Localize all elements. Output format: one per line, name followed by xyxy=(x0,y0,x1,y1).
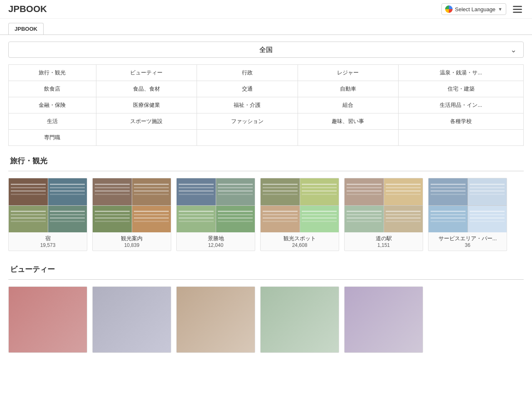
category-cell[interactable]: 飲食店 xyxy=(9,81,96,97)
category-cell[interactable]: 旅行・観光 xyxy=(9,65,96,81)
travel-card[interactable]: サービスエリア・パー...36 xyxy=(428,178,507,251)
menu-bar-1 xyxy=(513,6,522,7)
region-selector-wrap: 全国 北海道 東北 関東 中部 近畿 中国 四国 九州・沖縄 xyxy=(8,42,524,58)
category-cell[interactable]: 生活 xyxy=(9,113,96,130)
travel-card[interactable]: 観光案内10,839 xyxy=(92,178,171,251)
header-right: Select Language ▼ xyxy=(441,3,524,15)
card-thumbnail xyxy=(177,178,216,205)
category-cell[interactable]: 生活用品・イン... xyxy=(399,97,524,113)
category-cell[interactable]: 専門職 xyxy=(9,130,96,146)
beauty-card-grid xyxy=(8,286,524,353)
travel-card[interactable]: 宿19,573 xyxy=(8,178,87,251)
site-logo[interactable]: JPBOOK xyxy=(8,4,47,15)
screenshot-texture xyxy=(93,178,132,205)
card-thumbnail xyxy=(384,178,423,205)
nav-tabs: JPBOOK xyxy=(0,19,532,35)
card-thumbnail xyxy=(300,206,339,233)
card-count: 24,608 xyxy=(264,242,335,248)
card-count: 10,839 xyxy=(96,242,167,248)
screenshot-texture xyxy=(345,206,384,233)
category-cell[interactable]: 金融・保険 xyxy=(9,97,96,113)
card-thumbnail xyxy=(216,178,255,205)
beauty-card[interactable] xyxy=(260,286,339,353)
category-cell[interactable]: 各種学校 xyxy=(399,113,524,130)
category-cell[interactable]: ビューティー xyxy=(96,65,197,81)
screenshot-texture xyxy=(177,178,216,205)
section-divider-travel xyxy=(8,171,524,171)
card-thumbnail xyxy=(384,206,423,233)
section-divider-beauty xyxy=(8,279,524,280)
section-travel: 旅行・観光 宿19,573観光案内10,839景勝地12,040観光スポット24… xyxy=(8,156,524,251)
category-cell[interactable]: ファッション xyxy=(197,113,298,130)
screenshot-texture xyxy=(261,206,300,233)
screenshot-texture xyxy=(132,206,171,233)
card-info: 宿19,573 xyxy=(9,232,87,251)
card-thumbnail xyxy=(48,178,87,205)
category-cell[interactable]: 医療保健業 xyxy=(96,97,197,113)
screenshot-texture xyxy=(300,178,339,205)
card-image-grid xyxy=(429,178,507,232)
category-cell[interactable] xyxy=(96,130,197,146)
travel-card[interactable]: 観光スポット24,608 xyxy=(260,178,339,251)
category-cell[interactable]: 温泉・銭湯・サ... xyxy=(399,65,524,81)
card-thumbnail xyxy=(216,206,255,233)
menu-bar-3 xyxy=(513,12,522,13)
category-cell[interactable]: 組合 xyxy=(298,97,398,113)
card-thumbnail xyxy=(93,206,132,233)
card-image-grid xyxy=(345,178,423,232)
travel-card[interactable]: 景勝地12,040 xyxy=(176,178,255,251)
card-info: サービスエリア・パー...36 xyxy=(429,232,507,251)
screenshot-texture xyxy=(132,178,171,205)
card-count: 19,573 xyxy=(12,242,84,248)
screenshot-texture xyxy=(429,178,468,205)
screenshot-texture xyxy=(261,178,300,205)
card-name: 宿 xyxy=(12,235,84,242)
card-thumbnail xyxy=(261,178,300,205)
category-cell[interactable]: 福祉・介護 xyxy=(197,97,298,113)
category-cell[interactable]: 住宅・建築 xyxy=(399,81,524,97)
screenshot-texture xyxy=(48,206,87,233)
language-selector[interactable]: Select Language ▼ xyxy=(441,3,506,15)
region-select[interactable]: 全国 北海道 東北 関東 中部 近畿 中国 四国 九州・沖縄 xyxy=(9,42,523,57)
travel-card[interactable]: 道の駅1,151 xyxy=(344,178,423,251)
main-content: 全国 北海道 東北 関東 中部 近畿 中国 四国 九州・沖縄 旅行・観光ビューテ… xyxy=(0,35,532,373)
category-cell[interactable] xyxy=(298,130,398,146)
category-cell[interactable]: 食品、食材 xyxy=(96,81,197,97)
screenshot-texture xyxy=(468,178,507,205)
screenshot-texture xyxy=(177,206,216,233)
category-cell[interactable]: 行政 xyxy=(197,65,298,81)
menu-icon-button[interactable] xyxy=(511,4,524,15)
card-thumbnail xyxy=(261,206,300,233)
screenshot-texture xyxy=(384,206,423,233)
google-icon xyxy=(445,5,453,13)
category-grid: 旅行・観光ビューティー行政レジャー温泉・銭湯・サ...飲食店食品、食材交通自動車… xyxy=(8,64,524,146)
card-thumbnail xyxy=(468,206,507,233)
screenshot-texture xyxy=(48,178,87,205)
card-image-grid xyxy=(261,178,339,232)
category-cell[interactable]: レジャー xyxy=(298,65,398,81)
beauty-card[interactable] xyxy=(8,286,87,353)
card-count: 1,151 xyxy=(348,242,419,248)
card-name: 観光案内 xyxy=(96,235,167,242)
screenshot-texture xyxy=(468,206,507,233)
language-chevron: ▼ xyxy=(498,7,502,12)
card-thumbnail xyxy=(48,206,87,233)
card-count: 12,040 xyxy=(180,242,251,248)
screenshot-texture xyxy=(300,206,339,233)
card-thumbnail xyxy=(9,206,48,233)
category-cell[interactable]: スポーツ施設 xyxy=(96,113,197,130)
beauty-card[interactable] xyxy=(344,286,423,353)
category-cell[interactable] xyxy=(399,130,524,146)
tab-jpbook[interactable]: JPBOOK xyxy=(8,23,44,34)
card-thumbnail xyxy=(468,178,507,205)
beauty-card[interactable] xyxy=(176,286,255,353)
category-cell[interactable]: 交通 xyxy=(197,81,298,97)
screenshot-texture xyxy=(216,178,255,205)
category-cell[interactable] xyxy=(197,130,298,146)
beauty-card[interactable] xyxy=(92,286,171,353)
section-title-beauty: ビューティー xyxy=(8,264,524,274)
category-cell[interactable]: 自動車 xyxy=(298,81,398,97)
screenshot-texture xyxy=(345,178,384,205)
header: JPBOOK Select Language ▼ xyxy=(0,0,532,19)
category-cell[interactable]: 趣味、習い事 xyxy=(298,113,398,130)
